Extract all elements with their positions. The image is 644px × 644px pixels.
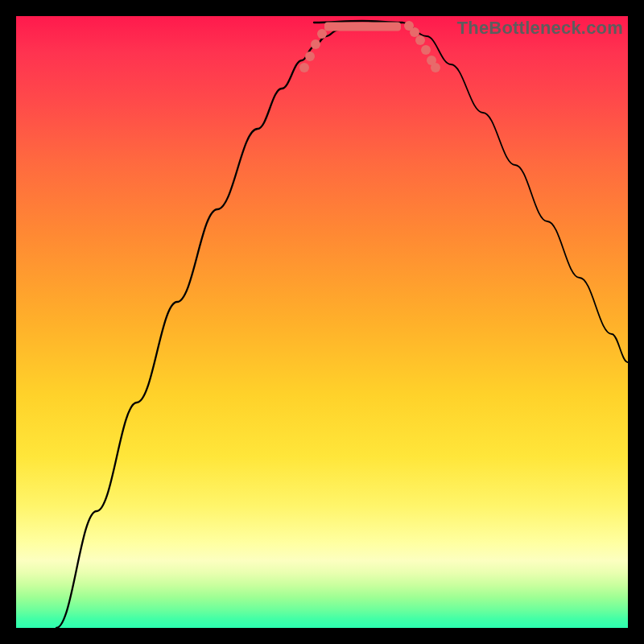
left-curve	[56, 23, 378, 628]
data-marker-dot	[317, 29, 327, 39]
data-marker-dot	[299, 63, 309, 72]
chart-svg	[16, 16, 628, 628]
data-marker-dot	[305, 52, 315, 61]
data-marker-dot	[410, 27, 419, 37]
data-marker-bar	[324, 23, 401, 31]
data-marker-dot	[431, 63, 440, 72]
curve-layer	[56, 21, 628, 628]
chart-frame: TheBottleneck.com	[16, 16, 628, 628]
data-marker-dot	[311, 39, 320, 49]
right-curve	[402, 23, 628, 362]
data-marker-dot	[415, 35, 425, 45]
marker-layer	[299, 21, 440, 72]
data-marker-dot	[421, 45, 431, 55]
